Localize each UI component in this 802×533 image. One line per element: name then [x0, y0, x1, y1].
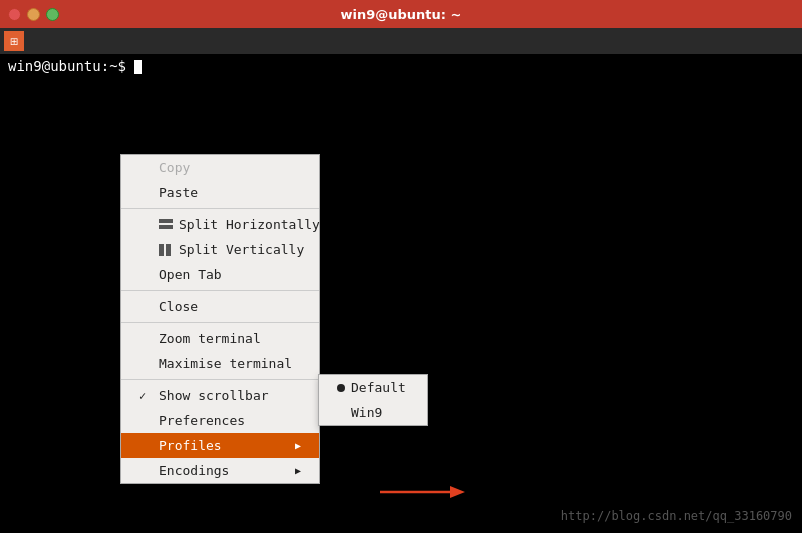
separator-1 [121, 208, 319, 209]
zoom-label: Zoom terminal [159, 331, 301, 346]
split-vertical-icon [159, 244, 173, 256]
separator-3 [121, 322, 319, 323]
separator-2 [121, 290, 319, 291]
window-title: win9@ubuntu: ~ [341, 7, 462, 22]
submenu-item-default[interactable]: Default [319, 375, 427, 400]
toolbar: ⊞ [0, 28, 802, 54]
scrollbar-label: Show scrollbar [159, 388, 301, 403]
menu-item-scrollbar[interactable]: ✓ Show scrollbar [121, 383, 319, 408]
maximize-window-button[interactable] [46, 8, 59, 21]
profiles-arrow: ▶ [295, 440, 301, 451]
minimize-window-button[interactable] [27, 8, 40, 21]
menu-item-split-v[interactable]: Split Vertically [121, 237, 319, 262]
menu-item-open-tab[interactable]: Open Tab [121, 262, 319, 287]
copy-label: Copy [159, 160, 301, 175]
window-controls [0, 8, 59, 21]
split-h-label: Split Horizontally [179, 217, 320, 232]
preferences-label: Preferences [159, 413, 301, 428]
separator-4 [121, 379, 319, 380]
arrow-annotation [380, 481, 470, 506]
menu-item-profiles[interactable]: Profiles ▶ [121, 433, 319, 458]
profiles-label: Profiles [159, 438, 289, 453]
menu-item-maximise[interactable]: Maximise terminal [121, 351, 319, 376]
split-horizontal-icon [159, 219, 173, 231]
default-label: Default [351, 380, 406, 395]
win9-label: Win9 [351, 405, 382, 420]
menu-item-copy[interactable]: Copy [121, 155, 319, 180]
context-menu: Copy Paste Split Horizontally Split Vert… [120, 154, 320, 484]
terminal-area[interactable]: win9@ubuntu:~$ Copy Paste Split Horizont… [0, 54, 802, 533]
scrollbar-check: ✓ [139, 389, 153, 403]
profiles-submenu: Default Win9 [318, 374, 428, 426]
menu-item-encodings[interactable]: Encodings ▶ [121, 458, 319, 483]
close-window-button[interactable] [8, 8, 21, 21]
menu-item-split-h[interactable]: Split Horizontally [121, 212, 319, 237]
watermark: http://blog.csdn.net/qq_33160790 [561, 509, 792, 523]
terminal-layout-icon[interactable]: ⊞ [4, 31, 24, 51]
close-label: Close [159, 299, 301, 314]
default-bullet [337, 384, 345, 392]
submenu-item-win9[interactable]: Win9 [319, 400, 427, 425]
cursor [134, 60, 142, 74]
encodings-arrow: ▶ [295, 465, 301, 476]
title-bar: win9@ubuntu: ~ [0, 0, 802, 28]
split-v-label: Split Vertically [179, 242, 304, 257]
menu-item-preferences[interactable]: Preferences [121, 408, 319, 433]
paste-label: Paste [159, 185, 301, 200]
menu-item-close[interactable]: Close [121, 294, 319, 319]
prompt-line: win9@ubuntu:~$ [8, 58, 794, 74]
open-tab-label: Open Tab [159, 267, 301, 282]
encodings-label: Encodings [159, 463, 289, 478]
menu-item-paste[interactable]: Paste [121, 180, 319, 205]
maximise-label: Maximise terminal [159, 356, 301, 371]
svg-marker-1 [450, 486, 465, 498]
menu-item-zoom[interactable]: Zoom terminal [121, 326, 319, 351]
